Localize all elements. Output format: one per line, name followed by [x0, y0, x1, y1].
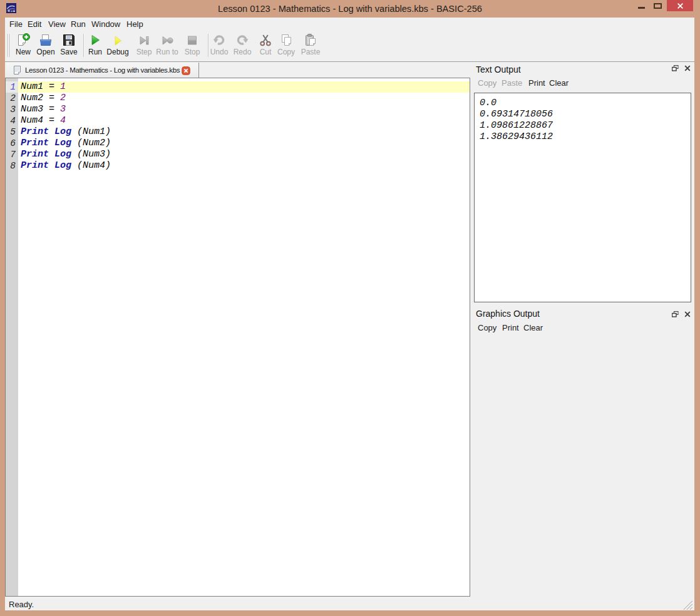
code-token-number: 1: [60, 81, 66, 92]
output-line: 1.38629436112: [480, 131, 686, 143]
line-number-gutter: 12345678: [6, 78, 18, 596]
line-number: 4: [6, 115, 18, 126]
code-token-keyword: Log: [54, 149, 71, 160]
code-token-plain: (Num4): [71, 160, 111, 171]
line-number: 3: [6, 104, 18, 115]
text-output-print-button[interactable]: Print: [528, 78, 545, 88]
code-token-plain: [49, 138, 54, 148]
tab-close-button[interactable]: [182, 66, 190, 75]
code-line-8: Print Log (Num4): [18, 160, 470, 172]
code-editor[interactable]: 12345678 Num1 = 1Num2 = 2Num3 = 3Num4 = …: [5, 78, 470, 597]
menu-edit[interactable]: Edit: [28, 18, 41, 30]
toolbar: New Open Save Run Debug Step: [5, 30, 694, 61]
text-output-clear-button[interactable]: Clear: [549, 78, 569, 88]
window-title: Lesson 0123 - Mathematics - Log with var…: [0, 0, 700, 18]
toolbar-button-label: Paste: [293, 48, 328, 56]
code-line-1: Num1 = 1: [18, 81, 470, 93]
code-token-keyword: Print: [21, 126, 49, 137]
graphics-output-print-button[interactable]: Print: [502, 323, 519, 332]
code-token-number: 4: [60, 115, 66, 126]
copy-icon: [279, 33, 294, 48]
menu-view[interactable]: View: [48, 18, 66, 30]
menu-file[interactable]: File: [9, 18, 23, 30]
basic256-window: Lesson 0123 - Mathematics - Log with var…: [0, 0, 700, 616]
tab-active[interactable]: Lesson 0123 - Mathematics - Log with var…: [6, 63, 199, 78]
code-token-plain: Num1 =: [21, 81, 60, 92]
maximize-button[interactable]: [651, 0, 666, 11]
code-token-keyword: Print: [21, 149, 49, 160]
graphics-output-title: Graphics Output: [476, 309, 540, 319]
code-token-plain: Num3 =: [21, 104, 60, 115]
float-panel-icon[interactable]: [670, 64, 680, 73]
line-number: 5: [6, 126, 18, 138]
code-token-plain: [49, 149, 54, 160]
graphics-output-copy-button[interactable]: Copy: [478, 323, 497, 332]
code-token-plain: (Num2): [71, 138, 111, 148]
code-token-plain: [49, 160, 54, 171]
code-token-number: 3: [60, 104, 66, 115]
run-to-icon: [160, 33, 175, 48]
menu-help[interactable]: Help: [126, 18, 143, 30]
save-icon: [61, 33, 76, 48]
code-line-2: Num2 = 2: [18, 93, 470, 104]
output-line: 0.69314718056: [480, 109, 686, 120]
code-token-number: 2: [60, 93, 66, 103]
code-token-keyword: Print: [21, 138, 49, 148]
code-line-7: Print Log (Num3): [18, 149, 470, 160]
window-border-bottom: [5, 610, 694, 616]
line-number: 2: [6, 93, 18, 104]
code-token-keyword: Log: [54, 160, 71, 171]
close-button[interactable]: [667, 0, 693, 11]
line-number: 8: [6, 160, 18, 172]
text-output-area[interactable]: 0.00.693147180561.098612288671.386294361…: [474, 93, 691, 302]
minimize-button[interactable]: [629, 0, 651, 11]
tab-bar: Lesson 0123 - Mathematics - Log with var…: [5, 62, 694, 78]
document-icon: [13, 66, 22, 74]
text-output-copy-button[interactable]: Copy: [478, 78, 497, 88]
menu-bar: FileEditViewRunWindowHelp: [5, 18, 694, 30]
code-token-plain: [49, 126, 54, 137]
text-output-title: Text Output: [476, 64, 521, 74]
window-border-right: [694, 18, 700, 616]
line-number: 7: [6, 149, 18, 160]
line-number: 6: [6, 138, 18, 149]
line-number: 1: [6, 81, 18, 93]
status-text: Ready.: [9, 600, 34, 609]
maximize-icon: [654, 3, 662, 9]
code-line-4: Num4 = 4: [18, 115, 470, 126]
code-line-5: Print Log (Num1): [18, 126, 470, 138]
code-token-keyword: Print: [21, 160, 49, 171]
paste-icon: [303, 33, 318, 48]
code-line-6: Print Log (Num2): [18, 138, 470, 149]
close-panel-icon[interactable]: [682, 310, 692, 319]
menu-run[interactable]: Run: [71, 18, 86, 30]
code-line-3: Num3 = 3: [18, 104, 470, 115]
minimize-icon: [638, 7, 645, 9]
status-bar: Ready.: [5, 597, 694, 610]
output-line: 1.09861228867: [480, 120, 686, 131]
menu-window[interactable]: Window: [91, 18, 120, 30]
close-panel-icon[interactable]: [682, 64, 692, 73]
toolbar-button-paste[interactable]: Paste: [293, 33, 328, 59]
code-token-plain: (Num3): [71, 149, 111, 160]
debug-icon: [110, 33, 125, 48]
output-line: 0.0: [480, 98, 686, 109]
code-token-keyword: Log: [54, 126, 71, 137]
size-grip[interactable]: [681, 600, 692, 610]
window-border-left: [0, 18, 5, 616]
float-panel-icon[interactable]: [670, 310, 680, 319]
code-token-plain: Num4 =: [21, 115, 60, 126]
tab-label: Lesson 0123 - Mathematics - Log with var…: [25, 63, 180, 78]
text-output-paste-button[interactable]: Paste: [502, 78, 522, 88]
code-token-keyword: Log: [54, 138, 71, 148]
stop-icon: [185, 33, 200, 48]
code-token-plain: Num2 =: [21, 93, 60, 103]
code-token-plain: (Num1): [71, 126, 111, 137]
graphics-output-clear-button[interactable]: Clear: [523, 323, 543, 332]
